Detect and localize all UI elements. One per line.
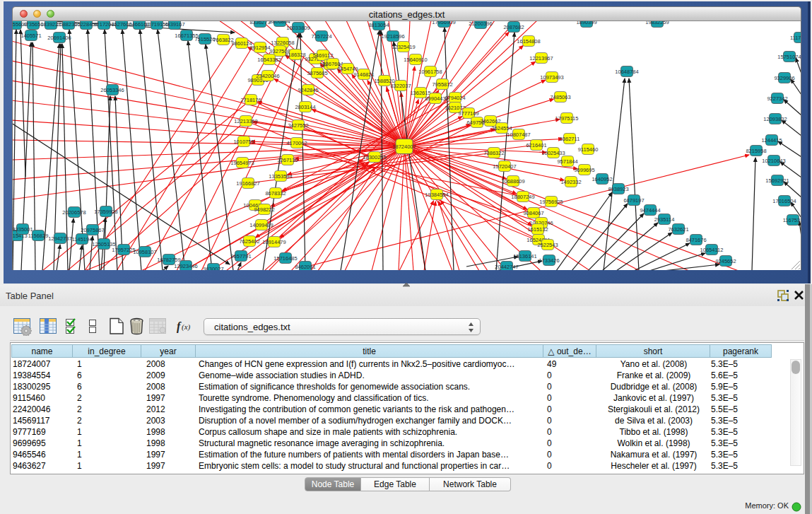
svg-text:5469112: 5469112 [313, 52, 334, 59]
svg-text:9084067: 9084067 [523, 210, 543, 216]
svg-text:12093832: 12093832 [763, 116, 787, 122]
svg-text:8462091: 8462091 [295, 264, 315, 270]
svg-text:15136141: 15136141 [513, 253, 536, 259]
svg-text:8938923: 8938923 [608, 186, 628, 192]
svg-text:9657791: 9657791 [230, 253, 251, 259]
svg-text:19218596: 19218596 [381, 33, 404, 40]
svg-text:2087682: 2087682 [503, 24, 524, 30]
svg-text:15720407: 15720407 [493, 163, 516, 170]
svg-text:6794024: 6794024 [445, 95, 465, 101]
svg-text:7632621: 7632621 [668, 226, 688, 233]
svg-text:19384554: 19384554 [425, 192, 448, 198]
svg-text:7485063: 7485063 [550, 94, 570, 100]
svg-text:15751074: 15751074 [777, 54, 801, 60]
svg-text:18807249: 18807249 [511, 194, 534, 200]
svg-text:12325419: 12325419 [392, 44, 415, 50]
svg-text:15640910: 15640910 [404, 57, 427, 63]
svg-text:21200396: 21200396 [469, 21, 492, 27]
svg-text:9115460: 9115460 [578, 146, 599, 153]
svg-text:7386322: 7386322 [483, 150, 504, 156]
svg-text:20206578: 20206578 [62, 209, 86, 216]
svg-text:23420046: 23420046 [256, 73, 279, 79]
svg-text:9474444: 9474444 [640, 207, 660, 214]
svg-text:3267130: 3267130 [277, 157, 298, 163]
svg-text:f: f [177, 320, 182, 333]
svg-text:6879197: 6879197 [623, 197, 644, 204]
svg-text:14099489: 14099489 [249, 222, 273, 228]
svg-text:2803144: 2803144 [295, 104, 315, 110]
svg-text:7955812: 7955812 [432, 81, 452, 88]
svg-text:18724007: 18724007 [392, 144, 416, 150]
svg-text:1640952: 1640952 [592, 176, 612, 182]
svg-text:17359928: 17359928 [94, 209, 117, 215]
svg-text:12923446: 12923446 [174, 263, 197, 269]
svg-text:10648784: 10648784 [615, 69, 638, 75]
svg-text:19166827: 19166827 [236, 180, 259, 187]
svg-text:10025433: 10025433 [541, 150, 565, 156]
svg-text:1156829: 1156829 [28, 233, 49, 239]
svg-text:8215958: 8215958 [746, 148, 766, 154]
svg-text:16543382: 16543382 [257, 57, 281, 63]
svg-text:16914479: 16914479 [262, 239, 286, 245]
svg-text:(x): (x) [182, 322, 191, 332]
svg-text:17016504: 17016504 [772, 198, 796, 204]
svg-text:3624554: 3624554 [491, 125, 512, 132]
svg-text:16033809: 16033809 [286, 25, 310, 31]
svg-text:1890399: 1890399 [576, 21, 596, 25]
svg-text:7663822: 7663822 [213, 37, 233, 43]
svg-text:15692921: 15692921 [765, 177, 789, 184]
svg-text:12942737: 12942737 [48, 235, 71, 242]
svg-text:8186328: 8186328 [285, 52, 305, 58]
svg-text:9242845: 9242845 [298, 87, 318, 93]
svg-text:17956909: 17956909 [432, 21, 455, 25]
svg-text:10210643: 10210643 [762, 158, 785, 164]
svg-text:10807487: 10807487 [507, 132, 530, 138]
svg-text:13353594: 13353594 [269, 173, 292, 180]
svg-text:3335001: 3335001 [13, 226, 33, 233]
svg-text:10688609: 10688609 [501, 178, 524, 185]
svg-text:18300295: 18300295 [363, 154, 386, 160]
svg-text:10973493: 10973493 [540, 74, 563, 81]
svg-text:1405571: 1405571 [20, 33, 41, 39]
svg-text:8322037: 8322037 [390, 83, 411, 89]
svg-text:9245652: 9245652 [715, 258, 736, 264]
svg-text:17957225: 17957225 [112, 247, 135, 253]
svg-text:1117433: 1117433 [790, 35, 801, 41]
svg-text:10654112: 10654112 [700, 247, 724, 253]
svg-text:9860124: 9860124 [231, 40, 252, 47]
svg-text:2522543: 2522543 [537, 242, 558, 248]
svg-text:1167533: 1167533 [783, 217, 801, 223]
svg-text:16154808: 16154808 [517, 38, 540, 45]
svg-text:26053346: 26053346 [100, 87, 124, 93]
svg-text:4170062: 4170062 [286, 140, 307, 146]
svg-text:9146821: 9146821 [353, 71, 374, 78]
svg-text:19756925: 19756925 [539, 199, 563, 205]
svg-text:1010755: 1010755 [233, 139, 254, 145]
svg-text:19832259: 19832259 [645, 21, 669, 25]
svg-text:6216401: 6216401 [526, 142, 546, 148]
svg-text:9498222: 9498222 [254, 206, 274, 213]
svg-text:4439167: 4439167 [164, 21, 184, 28]
svg-text:7357224: 7357224 [311, 33, 331, 40]
svg-text:20442747: 20442747 [495, 264, 518, 270]
svg-text:5362711: 5362711 [560, 136, 580, 142]
svg-text:1492332: 1492332 [560, 179, 581, 185]
svg-text:15716485: 15716485 [273, 255, 297, 262]
svg-text:10961758: 10961758 [418, 69, 442, 75]
svg-text:3427552: 3427552 [288, 122, 308, 129]
svg-text:1733426: 1733426 [539, 257, 559, 264]
svg-text:19654973: 19654973 [230, 160, 254, 166]
svg-text:7625402: 7625402 [239, 238, 259, 245]
svg-text:12213967: 12213967 [529, 55, 553, 62]
svg-text:2935114: 2935114 [654, 216, 675, 223]
svg-text:9777169: 9777169 [458, 110, 478, 117]
svg-text:1615132: 1615132 [527, 226, 548, 233]
svg-text:8813054: 8813054 [368, 22, 389, 28]
svg-text:9571844: 9571844 [557, 158, 577, 165]
svg-text:12213369: 12213369 [234, 118, 257, 124]
svg-text:20691406: 20691406 [47, 35, 71, 41]
svg-text:9699695: 9699695 [574, 167, 594, 173]
svg-text:8471676: 8471676 [686, 237, 706, 243]
svg-text:8678332: 8678332 [265, 190, 286, 197]
svg-text:8336273: 8336273 [249, 21, 270, 25]
